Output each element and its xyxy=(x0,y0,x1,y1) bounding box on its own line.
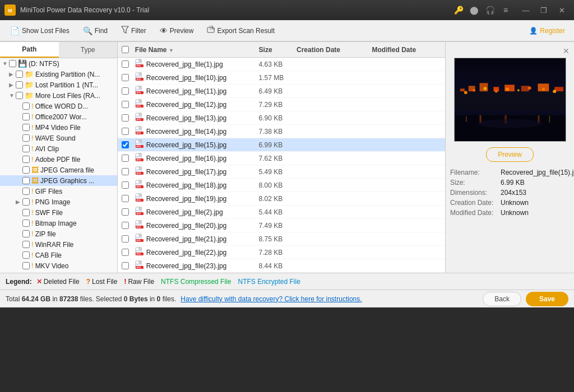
header-filename[interactable]: File Name ▼ xyxy=(133,46,257,54)
tree-item-png[interactable]: ▶ ! PNG Image xyxy=(0,197,117,207)
file-checkbox-0[interactable] xyxy=(122,60,129,68)
file-checkbox-5[interactable] xyxy=(122,128,129,135)
tree-check-gif[interactable] xyxy=(22,188,30,195)
tree-item-zip[interactable]: ! ZIP file xyxy=(0,228,117,239)
row-checkbox-13[interactable] xyxy=(118,235,133,242)
table-row[interactable]: JPG Recovered_jpg_file(2).jpg 5.44 KB xyxy=(118,206,445,219)
tree-check-mkv[interactable] xyxy=(22,262,30,269)
tree-check-avi[interactable] xyxy=(22,145,30,152)
find-button[interactable]: 🔍 Find xyxy=(77,24,113,38)
header-size[interactable]: Size xyxy=(257,46,294,54)
file-checkbox-7[interactable] xyxy=(122,155,129,162)
tree-item-mkv[interactable]: ! MKV Video xyxy=(0,260,117,271)
header-modified[interactable]: Modified Date xyxy=(370,46,446,54)
headphones-icon[interactable]: 🎧 xyxy=(484,4,496,16)
table-row[interactable]: JPG Recovered_jpg_file(22).jpg 7.28 KB xyxy=(118,246,445,259)
menu-icon[interactable]: ≡ xyxy=(500,4,511,16)
row-checkbox-4[interactable] xyxy=(118,114,133,122)
header-creation[interactable]: Creation Date xyxy=(294,46,370,54)
tree-item-jpeg-camera[interactable]: 🖼 JPEG Camera file xyxy=(0,165,117,175)
row-checkbox-3[interactable] xyxy=(118,101,133,108)
close-preview-button[interactable]: ✕ xyxy=(563,46,570,55)
file-checkbox-1[interactable] xyxy=(122,74,129,81)
row-checkbox-9[interactable] xyxy=(118,181,133,189)
tree-item-pdf[interactable]: ! Adobe PDF file xyxy=(0,154,117,165)
tree-item-swf[interactable]: ! SWF File xyxy=(0,207,117,218)
tree-check-o7[interactable] xyxy=(22,113,30,120)
tree-check-wave[interactable] xyxy=(22,134,30,142)
row-checkbox-6[interactable] xyxy=(118,141,133,148)
tree-item-mp4[interactable]: ! MP4 Video File xyxy=(0,122,117,133)
export-scan-button[interactable]: Export Scan Result xyxy=(201,24,280,38)
key-icon[interactable]: 🔑 xyxy=(453,4,464,16)
row-checkbox-10[interactable] xyxy=(118,195,133,202)
tree-item-bitmap[interactable]: ! Bitmap Image xyxy=(0,218,117,228)
table-row[interactable]: JPG Recovered_jpg_file(15).jpg 6.99 KB xyxy=(118,138,445,152)
file-checkbox-8[interactable] xyxy=(122,168,129,175)
tree-check-zip[interactable] xyxy=(22,230,30,237)
close-button[interactable]: ✕ xyxy=(554,3,570,17)
tree-item-gif[interactable]: ! GIF Files xyxy=(0,186,117,197)
file-checkbox-9[interactable] xyxy=(122,181,129,189)
tree-check-ow[interactable] xyxy=(22,102,30,110)
file-checkbox-6[interactable] xyxy=(122,141,129,148)
file-checkbox-12[interactable] xyxy=(122,222,129,229)
row-checkbox-0[interactable] xyxy=(118,60,133,68)
save-button[interactable]: Save xyxy=(526,292,568,306)
table-row[interactable]: JPG Recovered_jpg_file(17).jpg 5.49 KB xyxy=(118,165,445,179)
table-row[interactable]: JPG Recovered_jpg_file(10).jpg 1.57 MB xyxy=(118,71,445,85)
header-check[interactable] xyxy=(118,46,133,53)
row-checkbox-12[interactable] xyxy=(118,222,133,229)
table-row[interactable]: JPG Recovered_jpg_file(20).jpg 7.49 KB xyxy=(118,219,445,232)
tree-check-rar[interactable] xyxy=(22,241,30,248)
tab-type[interactable]: Type xyxy=(59,42,118,58)
table-row[interactable]: JPG Recovered_jpg_file(14).jpg 7.38 KB xyxy=(118,125,445,138)
row-checkbox-14[interactable] xyxy=(118,249,133,256)
tree-check-bmp[interactable] xyxy=(22,220,30,227)
tree-check-png[interactable] xyxy=(22,198,30,206)
tree-item-winrar[interactable]: ! WinRAR File xyxy=(0,239,117,250)
tree-check-cab[interactable] xyxy=(22,251,30,259)
tree-item-cab[interactable]: ! CAB File xyxy=(0,250,117,260)
row-checkbox-8[interactable] xyxy=(118,168,133,175)
minimize-button[interactable]: — xyxy=(518,3,534,17)
tree-item-avi[interactable]: ! AVI Clip xyxy=(0,143,117,154)
maximize-button[interactable]: ❐ xyxy=(536,3,552,17)
file-checkbox-10[interactable] xyxy=(122,195,129,202)
help-link[interactable]: Have difficulty with data recovery? Clic… xyxy=(180,295,362,303)
tree-check-mp4[interactable] xyxy=(22,124,30,131)
tree-check-pdf[interactable] xyxy=(22,156,30,163)
tree-item-wave[interactable]: ! WAVE Sound xyxy=(0,133,117,143)
tree-check-lp[interactable] xyxy=(16,81,23,88)
table-row[interactable]: JPG Recovered_jpg_file(13).jpg 6.90 KB xyxy=(118,111,445,125)
table-row[interactable]: JPG Recovered_jpg_file(21).jpg 8.75 KB xyxy=(118,232,445,246)
back-button[interactable]: Back xyxy=(483,292,521,306)
row-checkbox-1[interactable] xyxy=(118,74,133,81)
row-checkbox-2[interactable] xyxy=(118,87,133,95)
file-list-scroll[interactable]: JPG Recovered_jpg_file(1).jpg 4.63 KB xyxy=(118,58,445,273)
table-row[interactable]: JPG Recovered_jpg_file(23).jpg 8.44 KB xyxy=(118,259,445,273)
select-all-checkbox[interactable] xyxy=(122,46,129,53)
table-row[interactable]: JPG Recovered_jpg_file(16).jpg 7.62 KB xyxy=(118,152,445,165)
table-row[interactable]: JPG Recovered_jpg_file(11).jpg 6.49 KB xyxy=(118,85,445,98)
tree-check-ep[interactable] xyxy=(16,71,23,78)
tree-check-jc[interactable] xyxy=(22,166,30,174)
tree-check-jg[interactable] xyxy=(22,177,30,184)
tree-item-lost-partition[interactable]: ▶ 📁 Lost Partition 1 (NT... xyxy=(0,80,117,90)
table-row[interactable]: JPG Recovered_jpg_file(1).jpg 4.63 KB xyxy=(118,58,445,71)
tree-check-swf[interactable] xyxy=(22,209,30,216)
file-checkbox-15[interactable] xyxy=(122,262,129,269)
tree-check-root[interactable] xyxy=(9,60,16,67)
register-button[interactable]: 👤 Register xyxy=(525,25,570,37)
circle-icon[interactable]: ⬤ xyxy=(469,4,480,16)
show-lost-files-button[interactable]: 📄 Show Lost Files xyxy=(4,24,75,38)
filter-button[interactable]: Filter xyxy=(115,24,152,38)
tree-item-office-word[interactable]: ! Office WORD D... xyxy=(0,101,117,111)
tree-item-more-lost[interactable]: ▼ 📁 More Lost Files (RA... xyxy=(0,90,117,101)
file-checkbox-14[interactable] xyxy=(122,249,129,256)
row-checkbox-11[interactable] xyxy=(118,208,133,216)
table-row[interactable]: JPG Recovered_jpg_file(18).jpg 8.00 KB xyxy=(118,179,445,192)
tree-item-office2007[interactable]: ! Office2007 Wor... xyxy=(0,111,117,122)
tree-item-root[interactable]: ▼ 💾 (D: NTFS) xyxy=(0,58,117,69)
file-checkbox-4[interactable] xyxy=(122,114,129,122)
